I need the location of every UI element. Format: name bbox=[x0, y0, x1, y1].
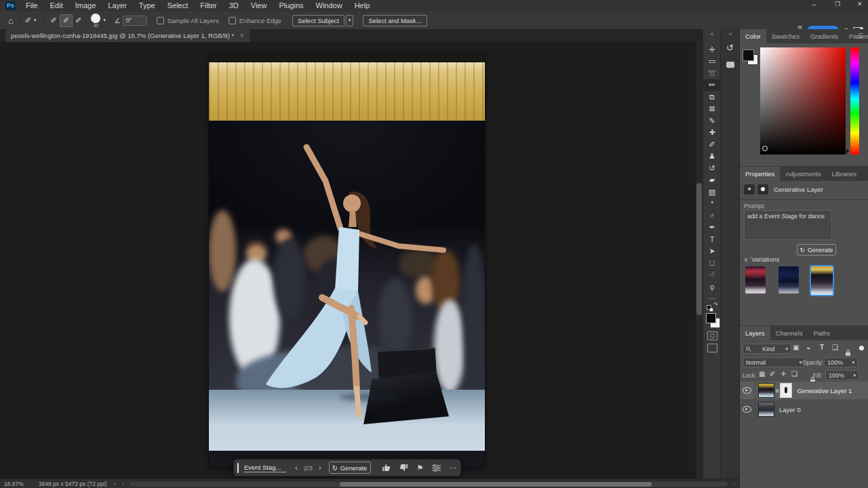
blend-mode-select[interactable]: Normal ▾ bbox=[743, 357, 805, 367]
hue-strip[interactable] bbox=[850, 47, 859, 155]
tab-paths[interactable]: Paths bbox=[808, 326, 835, 340]
menu-help[interactable]: Help bbox=[349, 0, 376, 12]
filter-type-layers-icon[interactable]: T bbox=[820, 344, 824, 351]
variations-chevron-icon[interactable]: ∨ bbox=[744, 257, 748, 263]
layer-thumbnail[interactable] bbox=[758, 402, 774, 417]
taskbar-prompt-input[interactable]: Event Stag... bbox=[244, 464, 286, 472]
foreground-color-swatch[interactable] bbox=[706, 313, 716, 323]
mask-link-icon[interactable]: 8 bbox=[776, 388, 778, 394]
type-tool[interactable]: T bbox=[703, 234, 721, 245]
thumbs-up-icon[interactable] bbox=[382, 464, 391, 472]
menu-file[interactable]: File bbox=[20, 0, 44, 12]
layer-filter-kind-select[interactable]: Kind ▾ bbox=[743, 344, 791, 354]
hand-tool[interactable]: ☝ bbox=[703, 269, 721, 281]
crop-tool[interactable]: ⧉ bbox=[703, 92, 721, 103]
dodge-tool[interactable]: ♂ bbox=[703, 210, 721, 222]
color-saturation-square[interactable] bbox=[760, 47, 846, 155]
restore-icon[interactable]: ❐ bbox=[835, 1, 840, 7]
filter-adjustment-layers-icon[interactable]: ◒ bbox=[806, 344, 810, 351]
menu-view[interactable]: View bbox=[245, 0, 273, 12]
brush-size-chevron-icon[interactable]: ▾ bbox=[103, 18, 106, 23]
marquee-tool[interactable]: ▭ bbox=[703, 56, 721, 67]
tab-close-icon[interactable]: ✕ bbox=[239, 33, 244, 39]
tab-libraries[interactable]: Libraries bbox=[827, 167, 862, 181]
menu-layer[interactable]: Layer bbox=[102, 0, 133, 12]
photo-canvas[interactable] bbox=[209, 54, 485, 468]
enhance-edge-checkbox[interactable]: Enhance Edge bbox=[229, 17, 281, 24]
close-icon[interactable]: ✕ bbox=[857, 1, 863, 7]
angle-input[interactable]: 0° bbox=[123, 16, 147, 26]
taskbar-generate-button[interactable]: ↻ Generate bbox=[329, 462, 371, 474]
layer-row-generative[interactable]: 8 Generative Layer 1 bbox=[740, 382, 868, 399]
prompt-textarea[interactable]: add a Event Stage for dance bbox=[744, 210, 832, 240]
move-tool[interactable]: ✛ bbox=[703, 44, 721, 56]
tab-layers[interactable]: Layers bbox=[740, 326, 770, 340]
edit-toolbar-icon[interactable]: ⋯ bbox=[703, 293, 721, 304]
tab-swatches[interactable]: Swatches bbox=[766, 29, 805, 43]
eraser-tool[interactable]: ▰ bbox=[703, 174, 721, 186]
tool-preset-chevron-icon[interactable]: ▾ bbox=[34, 18, 37, 23]
horizontal-scrollbar[interactable] bbox=[130, 482, 728, 487]
foreground-color-swatch[interactable] bbox=[743, 49, 754, 61]
previous-variation-icon[interactable]: ‹ bbox=[295, 464, 298, 472]
brush-mode-subtract-icon[interactable]: ✐ bbox=[73, 15, 84, 26]
menu-plugins[interactable]: Plugins bbox=[273, 0, 309, 12]
variation-thumbnail-2[interactable] bbox=[778, 266, 799, 293]
brush-mode-new-icon[interactable]: ✐ bbox=[48, 15, 60, 26]
pen-tool[interactable]: ✒ bbox=[703, 222, 721, 233]
color-picker-marker[interactable] bbox=[762, 146, 768, 151]
lock-frame-icon[interactable]: ❏ bbox=[791, 370, 797, 378]
healing-brush-tool[interactable]: ✚ bbox=[703, 127, 721, 138]
canvas-area[interactable] bbox=[0, 42, 696, 479]
sample-all-layers-checkbox[interactable]: Sample All Layers bbox=[157, 17, 219, 24]
menu-window[interactable]: Window bbox=[310, 0, 349, 12]
rectangle-tool[interactable]: □ bbox=[703, 258, 721, 269]
menu-image[interactable]: Image bbox=[69, 0, 102, 12]
tool-preset-icon[interactable]: ✐ bbox=[25, 16, 31, 25]
blur-tool[interactable]: ❛ bbox=[703, 198, 721, 209]
zoom-tool[interactable]: ϙ bbox=[703, 281, 721, 293]
generate-button[interactable]: ↻ Generate bbox=[797, 244, 836, 256]
report-flag-icon[interactable]: ⚑ bbox=[417, 464, 424, 472]
quick-mask-icon[interactable] bbox=[707, 331, 717, 340]
tab-adjustments[interactable]: Adjustments bbox=[780, 167, 826, 181]
select-subject-dropdown[interactable]: ▾ bbox=[346, 15, 354, 26]
clone-stamp-tool[interactable]: ♟ bbox=[703, 150, 721, 162]
opacity-value[interactable]: 100% ▾ bbox=[824, 357, 858, 367]
frame-tool[interactable]: ⊠ bbox=[703, 103, 721, 115]
brush-size-picker[interactable]: 30 bbox=[91, 14, 100, 28]
path-selection-tool[interactable]: ➤ bbox=[703, 245, 721, 257]
scroll-left-icon[interactable]: ‹ bbox=[122, 481, 124, 487]
layer-thumbnail[interactable] bbox=[758, 383, 774, 398]
taskbar-drag-handle[interactable] bbox=[237, 463, 239, 473]
screen-mode-icon[interactable] bbox=[707, 344, 717, 352]
tab-properties[interactable]: Properties bbox=[740, 167, 780, 181]
document-tab[interactable]: pexels-wellington-cunha-1918445.jpg @ 16… bbox=[5, 29, 250, 42]
status-chevron-icon[interactable]: › bbox=[114, 481, 116, 487]
filter-toggle-icon[interactable] bbox=[859, 346, 864, 350]
thumbs-down-icon[interactable] bbox=[399, 464, 408, 472]
select-subject-button[interactable]: Select Subject bbox=[292, 15, 344, 26]
gradient-tool[interactable]: ▧ bbox=[703, 186, 721, 198]
collapse-panels-icon[interactable]: « bbox=[721, 29, 740, 39]
vertical-scrollbar-thumb[interactable] bbox=[696, 183, 702, 315]
filter-smart-objects-icon[interactable] bbox=[846, 352, 850, 356]
horizontal-scrollbar-thumb[interactable] bbox=[340, 482, 652, 487]
next-variation-icon[interactable]: › bbox=[319, 464, 321, 472]
history-panel-icon[interactable]: ↺ bbox=[726, 43, 734, 53]
comments-panel-icon[interactable] bbox=[726, 62, 734, 68]
variation-thumbnail-1[interactable] bbox=[745, 266, 766, 293]
settings-sliders-icon[interactable] bbox=[432, 464, 441, 472]
menu-3d[interactable]: 3D bbox=[223, 0, 245, 12]
tab-channels[interactable]: Channels bbox=[770, 326, 808, 340]
select-and-mask-button[interactable]: Select and Mask... bbox=[363, 15, 427, 26]
minimize-icon[interactable]: – bbox=[812, 1, 816, 8]
tab-color[interactable]: Color bbox=[740, 29, 766, 43]
home-icon[interactable]: ⌂ bbox=[8, 16, 14, 26]
history-brush-tool[interactable]: ↺ bbox=[703, 163, 721, 174]
zoom-level[interactable]: 16.67% bbox=[4, 481, 24, 487]
menu-select[interactable]: Select bbox=[161, 0, 195, 12]
menu-type[interactable]: Type bbox=[133, 0, 161, 12]
lock-paint-icon[interactable]: ✐ bbox=[770, 370, 775, 378]
eyedropper-tool[interactable]: ✎ bbox=[703, 115, 721, 127]
